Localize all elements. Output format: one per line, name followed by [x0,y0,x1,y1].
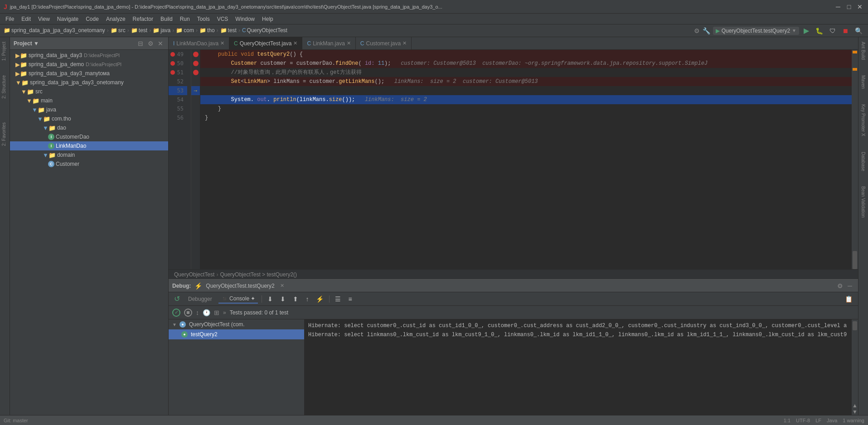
database-tab[interactable]: Database [860,149,867,174]
close-button[interactable]: ✕ [855,2,864,11]
settings-icon[interactable]: ⚙ [694,27,700,34]
debug-close-icon[interactable]: ✕ [280,283,284,289]
tree-item-customerdao[interactable]: I CustomerDao [10,132,168,141]
debug-settings-button[interactable]: ⚙ [835,281,844,290]
threads-button[interactable]: ≡ [346,295,354,304]
structure-tab-icon[interactable]: 2: Structure [0,72,10,101]
tree-item-dao[interactable]: ▼📁 dao [10,123,168,132]
ant-build-tab[interactable]: Ant Build [860,39,867,63]
evaluate-button[interactable]: ⚡ [314,295,325,304]
tree-item-comtho[interactable]: ▼📁 com.tho [10,114,168,123]
tab-close-linkmandao[interactable]: ✕ [220,40,224,46]
menu-refactor[interactable]: Refactor [129,14,157,24]
breadcrumb-src[interactable]: src [118,27,126,34]
editor-scrollbar[interactable] [852,50,858,269]
tree-item-spring-demo[interactable]: ▶📁 spring_data_jpa_demo D:\ideaProjectPl [10,60,168,69]
menu-tools[interactable]: Tools [194,14,213,24]
test-expand-button[interactable]: ⊞ [214,309,219,316]
editor-container: I LinkManDao.java ✕ C QueryObjectTest.ja… [169,37,858,415]
test-sort-alpha-button[interactable]: ↕ [196,309,199,316]
tree-item-main[interactable]: ▼📁 main [10,96,168,105]
code-content[interactable]: public void testQuery2() { Customer cust… [200,50,852,269]
run-button[interactable]: ▶ [802,25,811,36]
menu-code[interactable]: Code [82,14,102,24]
tab-queryobjecttest[interactable]: C QueryObjectTest.java ✕ [229,37,302,50]
step-over-button[interactable]: ⬇ [266,295,275,304]
breadcrumb-test[interactable]: test [139,27,147,34]
search-everywhere-button[interactable]: 🔍 [853,26,864,35]
debug-tab-console[interactable]: ◾ Console ✦ [218,295,258,304]
debug-button[interactable]: 🐛 [814,26,825,35]
attach-debugger-button[interactable]: 📋 [843,295,854,304]
debug-panel: Debug: ⚡ QueryObjectTest.testQuery2 ✕ ⚙ … [169,279,858,415]
stop-button[interactable]: ⏹ [840,26,850,35]
test-pass-check[interactable]: ✓ [172,309,180,317]
tree-item-spring-manytomany[interactable]: ▶📁 spring_data_jpa_day3_manytoма [10,69,168,78]
settings-panel-button[interactable]: ⚙ [146,39,155,48]
maven-tab[interactable]: Maven [860,72,867,92]
breadcrumb-testpkg[interactable]: test [228,27,237,34]
hide-panel-button[interactable]: ✕ [156,39,165,48]
tree-item-src[interactable]: ▼📁 src [10,87,168,96]
menu-build[interactable]: Build [157,14,176,24]
run-config-selector[interactable]: ▶ QueryObjectTest.testQuery2 ▼ [713,27,799,35]
menu-edit[interactable]: Edit [18,14,34,24]
wrench-icon[interactable]: 🔧 [703,27,710,34]
tab-linkmandao[interactable]: I LinkManDao.java ✕ [169,37,229,50]
debug-tree-class[interactable]: ▼ ● QueryObjectTest (com. [169,319,304,329]
tree-label: spring_data_jpa_jpa_day3_onetomany [30,79,124,86]
title-controls[interactable]: ─ □ ✕ [834,2,864,11]
console-scroll-up[interactable]: ▲ [852,402,858,409]
breadcrumb-java[interactable]: java [160,27,170,34]
project-tab-icon[interactable]: 1: Project [0,39,10,63]
favorites-tab-icon[interactable]: 2: Favorites [0,120,10,149]
maximize-button[interactable]: □ [844,2,853,11]
console-scroll-down[interactable]: ▼ [852,409,858,415]
tree-item-domain[interactable]: ▼📁 domain [10,150,168,159]
key-promoter-tab[interactable]: Key Promoter X [860,101,867,139]
tree-item-spring-onetomany[interactable]: ▼📁 spring_data_jpa_jpa_day3_onetomany [10,78,168,87]
frames-button[interactable]: ☰ [333,295,343,304]
menu-analyze[interactable]: Analyze [102,14,129,24]
minimize-button[interactable]: ─ [834,2,843,11]
menu-file[interactable]: File [2,14,18,24]
step-into-button[interactable]: ⬇ [278,295,287,304]
menu-vcs[interactable]: VCS [213,14,232,24]
console-scrollbar[interactable]: ▲ ▼ [852,319,858,415]
test-stop-btn[interactable]: ⏹ [184,309,192,317]
tab-customer[interactable]: C Customer.java ✕ [356,37,412,50]
menu-window[interactable]: Window [232,14,258,24]
tab-close-linkman[interactable]: ✕ [347,40,351,46]
menu-help[interactable]: Help [258,14,277,24]
test-sort-duration-button[interactable]: 🕐 [203,309,210,316]
scroll-thumb[interactable] [853,251,857,269]
close-brace-54: } [205,104,221,113]
run-coverage-button[interactable]: 🛡 [828,26,838,35]
debug-tab-debugger[interactable]: Debugger [185,295,215,303]
debug-minimize-button[interactable]: ─ [845,281,854,290]
debug-console[interactable]: Hibernate: select customer0_.cust_id as … [305,319,852,415]
debug-tree-method[interactable]: ● testQuery2 [169,329,304,339]
tree-item-spring-day3[interactable]: ▶📁 spring_data_jpa_day3 D:\ideaProjectPl [10,51,168,60]
tab-close-queryobjecttest[interactable]: ✕ [293,40,297,46]
tab-linkman[interactable]: C LinkMan.java ✕ [302,37,355,50]
tree-item-java[interactable]: ▼📁 java [10,105,168,114]
breadcrumb-class[interactable]: QueryObjectTest [247,27,287,34]
debug-rerun-button[interactable]: ↺ [172,294,182,304]
breadcrumb-project[interactable]: spring_data_jpa_jpa_day3_onetomany [11,27,105,34]
tree-label: spring_data_jpa_day3_manytoма [29,70,110,77]
tab-close-customer[interactable]: ✕ [402,40,407,46]
tree-item-linkmandao[interactable]: I LinkManDao [10,141,168,150]
collapse-all-button[interactable]: ⊟ [136,39,145,48]
breadcrumb-com[interactable]: com [184,27,194,34]
run-cursor-button[interactable]: ↑ [304,295,310,304]
console-scroll-thumb[interactable] [853,321,857,330]
title-bar: J jpa_day1 [D:\ideaProjectPlace\spring_d… [0,0,868,14]
step-out-button[interactable]: ⬆ [291,295,300,304]
bean-validation-tab[interactable]: Bean Validation [860,184,867,220]
menu-run[interactable]: Run [176,14,194,24]
menu-view[interactable]: View [34,14,53,24]
tree-item-customer[interactable]: C Customer [10,159,168,169]
menu-navigate[interactable]: Navigate [53,14,82,24]
breadcrumb-tho[interactable]: tho [207,27,215,34]
